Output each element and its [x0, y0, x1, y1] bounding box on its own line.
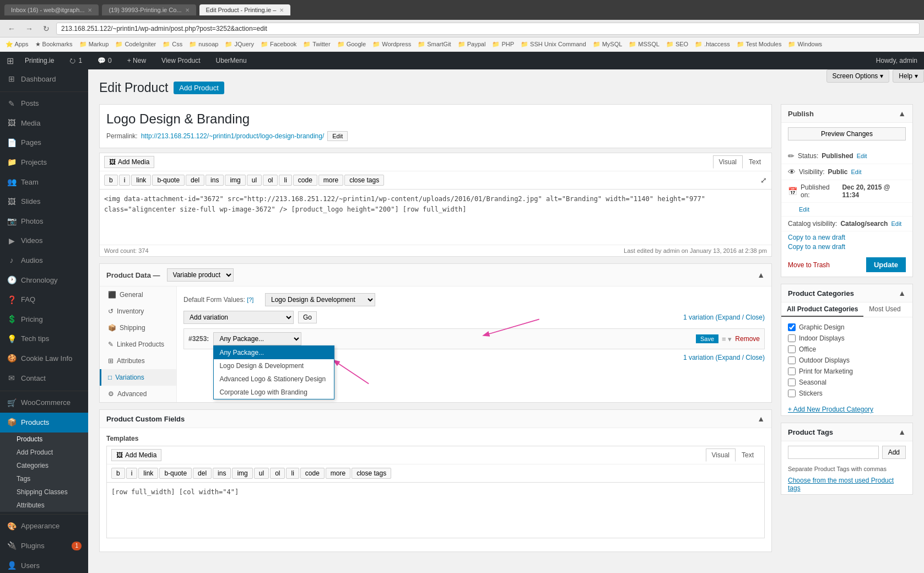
- sidebar-item-audios[interactable]: ♪Audios: [0, 251, 88, 271]
- sidebar-item-photos[interactable]: 📷Photos: [0, 212, 88, 231]
- permalink-link[interactable]: http://213.168.251.122/~printin1/product…: [141, 132, 325, 140]
- sidebar-sub-tags[interactable]: Tags: [0, 472, 88, 485]
- bookmark-markup[interactable]: 📁 Markup: [77, 40, 111, 49]
- bookmark-codeigniter[interactable]: 📁 CodeIgniter: [113, 40, 158, 49]
- bookmark-mssql[interactable]: 📁 MSSQL: [626, 40, 662, 49]
- more-btn[interactable]: more: [318, 175, 343, 186]
- tab-inventory[interactable]: ↺ Inventory: [100, 303, 176, 320]
- help-icon[interactable]: [?]: [247, 296, 253, 303]
- add-product-button[interactable]: Add Product: [174, 82, 224, 94]
- visibility-edit-link[interactable]: Edit: [851, 169, 861, 175]
- sidebar-item-cookielaw[interactable]: 🍪Cookie Law Info: [0, 349, 88, 369]
- cf-bold-btn[interactable]: b: [111, 468, 125, 479]
- catalog-edit-link[interactable]: Edit: [891, 220, 901, 227]
- sidebar-item-products[interactable]: 📦Products: [0, 413, 88, 433]
- cf-code-btn[interactable]: code: [300, 468, 325, 479]
- bookmark-smartgit[interactable]: 📁 SmartGit: [415, 40, 453, 49]
- cat-checkbox-graphic[interactable]: [788, 323, 796, 331]
- sidebar-item-techtips[interactable]: 💡Tech tips: [0, 329, 88, 349]
- sidebar-item-team[interactable]: 👥Team: [0, 172, 88, 192]
- code-btn[interactable]: code: [293, 175, 317, 186]
- collapse-icon[interactable]: ▲: [757, 271, 765, 279]
- cat-checkbox-seasonal[interactable]: [788, 379, 796, 386]
- editor-content[interactable]: <img data-attachment-id="3672" src="http…: [100, 190, 771, 245]
- bookmark-bookmarks[interactable]: ★ Bookmarks: [33, 40, 75, 49]
- screen-options-button[interactable]: Screen Options ▾: [826, 69, 890, 83]
- close-icon[interactable]: ✕: [88, 7, 92, 13]
- bookmark-seo[interactable]: 📁 SEO: [664, 40, 690, 49]
- update-button[interactable]: Update: [866, 257, 906, 272]
- custom-visual-tab[interactable]: Visual: [706, 448, 736, 462]
- bookmark-css[interactable]: 📁 Css: [160, 40, 185, 49]
- comments-btn[interactable]: 💬 0: [93, 57, 116, 64]
- bookmark-apps[interactable]: ⭐ Apps: [3, 40, 31, 49]
- sidebar-item-users[interactable]: 👤Users: [0, 556, 88, 573]
- add-variation-select[interactable]: Add variation: [183, 311, 294, 324]
- post-title-input[interactable]: [104, 109, 767, 129]
- bookmark-testmodules[interactable]: 📁 Test Modules: [734, 40, 784, 49]
- help-button[interactable]: Help ▾: [893, 69, 924, 83]
- sidebar-item-projects[interactable]: 📁Projects: [0, 153, 88, 172]
- dropdown-option-corporate[interactable]: Corporate Logo with Branding: [214, 386, 334, 399]
- sidebar-item-plugins[interactable]: 🔌Plugins 1: [0, 536, 88, 556]
- browser-tab-gmail[interactable]: Inbox (16) - web@itgraph... ✕: [4, 4, 99, 15]
- variation-count[interactable]: 1 variation (Expand / Close): [683, 313, 765, 321]
- tags-add-button[interactable]: Add: [882, 446, 906, 459]
- site-name[interactable]: Printing.ie: [20, 57, 58, 64]
- del-btn[interactable]: del: [186, 175, 204, 186]
- most-used-tab[interactable]: Most Used: [863, 302, 906, 317]
- cf-ins-btn[interactable]: ins: [213, 468, 231, 479]
- cf-italic-btn[interactable]: i: [126, 468, 138, 479]
- bookmark-facebook[interactable]: 📁 Facebook: [258, 40, 299, 49]
- sort-icon[interactable]: ≡ ▾: [722, 335, 732, 343]
- variation-save-button[interactable]: Save: [696, 334, 718, 343]
- dropdown-option-advanced[interactable]: Advanced Logo & Stationery Design: [214, 372, 334, 386]
- italic-btn[interactable]: i: [119, 175, 131, 186]
- browser-tab-edit-product[interactable]: Edit Product - Printing.ie – ✕: [199, 4, 291, 15]
- sidebar-sub-shipping[interactable]: Shipping Classes: [0, 485, 88, 499]
- add-media-button[interactable]: 🖼 Add Media: [104, 156, 154, 168]
- link-btn[interactable]: link: [131, 175, 151, 186]
- published-edit-link[interactable]: Edit: [799, 206, 809, 213]
- close-icon[interactable]: ✕: [279, 7, 284, 13]
- tags-input[interactable]: [788, 446, 879, 459]
- ins-btn[interactable]: ins: [206, 175, 224, 186]
- sidebar-item-woocommerce[interactable]: 🛒WooCommerce: [0, 393, 88, 413]
- dropdown-option-logo[interactable]: Logo Design & Development: [214, 359, 334, 372]
- text-tab[interactable]: Text: [743, 155, 767, 169]
- cat-checkbox-stickers[interactable]: [788, 390, 796, 397]
- img-btn[interactable]: img: [225, 175, 245, 186]
- cf-ol-btn[interactable]: ol: [270, 468, 285, 479]
- cf-close-tags-btn[interactable]: close tags: [352, 468, 391, 479]
- cat-checkbox-indoor[interactable]: [788, 334, 796, 342]
- ol-btn[interactable]: ol: [263, 175, 278, 186]
- collapse-publish-icon[interactable]: ▲: [898, 109, 906, 118]
- sidebar-item-posts[interactable]: ✎Posts: [0, 94, 88, 114]
- sidebar-item-pages[interactable]: 📄Pages: [0, 133, 88, 153]
- tab-general[interactable]: ⬛ General: [100, 286, 176, 303]
- new-content-btn[interactable]: + New: [123, 57, 150, 64]
- bookmark-twitter[interactable]: 📁 Twitter: [301, 40, 332, 49]
- address-bar[interactable]: [56, 23, 920, 35]
- bookmark-php[interactable]: 📁 PHP: [490, 40, 516, 49]
- custom-add-media-button[interactable]: 🖼 Add Media: [111, 449, 161, 461]
- cf-ul-btn[interactable]: ul: [254, 468, 269, 479]
- trash-link[interactable]: Move to Trash: [788, 261, 830, 269]
- cf-del-btn[interactable]: del: [193, 468, 212, 479]
- collapse-tags-icon[interactable]: ▲: [898, 428, 906, 436]
- all-categories-tab[interactable]: All Product Categories: [781, 302, 863, 317]
- sidebar-sub-categories[interactable]: Categories: [0, 459, 88, 472]
- custom-text-tab[interactable]: Text: [736, 448, 760, 462]
- sidebar-item-slides[interactable]: 🖼Slides: [0, 192, 88, 212]
- sidebar-item-pricing[interactable]: 💲Pricing: [0, 310, 88, 329]
- status-edit-link[interactable]: Edit: [857, 153, 867, 159]
- sidebar-item-media[interactable]: 🖼Media: [0, 113, 88, 133]
- add-category-link[interactable]: + Add New Product Category: [781, 403, 912, 415]
- expand-icon[interactable]: ⤢: [760, 176, 767, 185]
- bookmark-windows[interactable]: 📁 Windows: [786, 40, 824, 49]
- bookmark-htaccess[interactable]: 📁 .htaccess: [693, 40, 732, 49]
- sidebar-sub-products[interactable]: Products: [0, 433, 88, 446]
- bookmark-ssh[interactable]: 📁 SSH Unix Command: [518, 40, 588, 49]
- copy-draft-1-link[interactable]: Copy to a new draft: [788, 234, 906, 241]
- updates-btn[interactable]: ⭮ 1: [65, 57, 87, 64]
